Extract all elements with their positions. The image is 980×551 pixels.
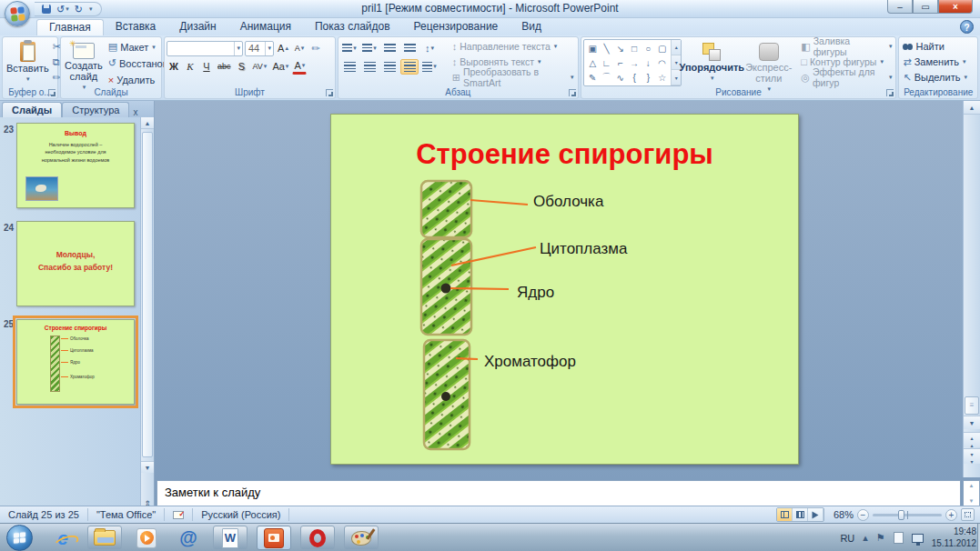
text-shadow-button[interactable]: S (235, 59, 249, 75)
font-name-combo[interactable]: ▾ (167, 41, 243, 56)
language-indicator[interactable]: RU (840, 533, 854, 544)
shape-cloud-icon[interactable]: ◠ (655, 55, 669, 70)
language-status[interactable]: Русский (Россия) (193, 508, 289, 521)
shape-brace-right-icon[interactable]: } (642, 70, 655, 85)
scroll-down-button[interactable]: ▼ (964, 416, 980, 429)
tab-design[interactable]: Дизайн (167, 18, 227, 35)
bold-button[interactable]: Ж (167, 59, 181, 75)
shape-ellipse-icon[interactable]: ○ (642, 41, 655, 55)
shape-effects-button[interactable]: ◎Эффекты для фигур▾ (799, 70, 894, 85)
align-left-button[interactable] (340, 59, 359, 75)
taskbar-mail-agent[interactable]: @ (171, 526, 206, 550)
shape-arrow-right-icon[interactable]: → (627, 55, 641, 70)
shape-rectangle-icon[interactable]: □ (627, 41, 641, 55)
scroll-up-button[interactable]: ▲ (964, 101, 980, 115)
taskbar-word[interactable]: W (213, 526, 248, 550)
shape-curve-icon[interactable]: ∿ (613, 70, 627, 85)
taskbar-opera[interactable] (300, 526, 335, 550)
spirogyra-diagram[interactable] (418, 178, 727, 462)
network-icon[interactable] (912, 534, 924, 543)
bullets-button[interactable]: ▾ (340, 41, 359, 56)
spelling-status[interactable] (165, 508, 193, 521)
underline-button[interactable]: Ч (199, 59, 214, 75)
shape-star-icon[interactable]: ☆ (655, 70, 669, 85)
shape-elbow-icon[interactable]: ∟ (600, 55, 613, 70)
slide-label-khromatofor[interactable]: Хроматофор (484, 353, 576, 371)
character-spacing-button[interactable]: AV▾ (251, 59, 269, 75)
panel-scroll-up[interactable]: ▲ (141, 117, 154, 129)
find-button[interactable]: Найти (901, 39, 975, 54)
zoom-in-button[interactable]: + (945, 509, 957, 521)
office-button[interactable] (5, 1, 30, 26)
slide-thumbnail-25-selected[interactable]: Строение спирогиры Оболочка Цитоплазма Я… (16, 319, 135, 405)
clock[interactable]: 19:48 15.11.2012 (932, 526, 976, 549)
shape-rounded-rect-icon[interactable]: ▢ (655, 41, 669, 55)
shapes-scroll-up[interactable]: ▴ (672, 40, 681, 55)
align-center-button[interactable] (360, 59, 379, 75)
columns-button[interactable]: ▾ (420, 59, 439, 75)
shape-triangle-icon[interactable]: △ (586, 55, 600, 70)
start-button[interactable] (6, 525, 33, 551)
tab-insert[interactable]: Вставка (104, 18, 168, 35)
fit-to-window-button[interactable] (961, 508, 975, 521)
text-direction-button[interactable]: ↕Направление текста▾ (450, 39, 576, 54)
shape-brace-left-icon[interactable]: { (627, 70, 641, 85)
shape-arrow-down-icon[interactable]: ↓ (642, 55, 655, 70)
notes-scroll-up[interactable]: ▲ (969, 483, 975, 488)
restore-button[interactable]: ▭ (913, 0, 938, 14)
taskbar-media-player[interactable] (129, 526, 164, 550)
font-color-button[interactable]: А▾ (292, 59, 307, 75)
shape-arrow-line-icon[interactable]: ↘ (613, 41, 627, 55)
tab-slideshow[interactable]: Показ слайдов (303, 18, 402, 35)
tab-home[interactable]: Главная (36, 19, 104, 35)
shrink-font-button[interactable]: А▾ (292, 41, 307, 56)
shape-fill-button[interactable]: ◧Заливка фигуры▾ (799, 39, 894, 54)
panel-scroll-thumb[interactable] (142, 132, 153, 457)
slide-label-cytoplasma[interactable]: Цитоплазма (540, 240, 627, 258)
shape-line-icon[interactable]: ╲ (600, 41, 613, 55)
normal-view-button[interactable] (777, 508, 793, 521)
slide-label-yadro[interactable]: Ядро (517, 284, 554, 302)
convert-smartart-button[interactable]: ⊞Преобразовать в SmartArt▾ (450, 70, 576, 85)
slide-25[interactable]: Строение спирогиры (330, 114, 799, 465)
zoom-slider[interactable] (873, 514, 942, 516)
numbering-button[interactable]: ▾ (360, 41, 379, 56)
align-right-button[interactable] (380, 59, 399, 75)
tab-view[interactable]: Вид (510, 18, 553, 35)
notes-pane[interactable]: Заметки к слайду (157, 480, 961, 506)
clear-formatting-button[interactable]: ✏ (308, 41, 323, 56)
help-button[interactable]: ? (960, 20, 974, 34)
increase-indent-button[interactable] (400, 41, 419, 56)
paste-button[interactable]: Вставить ▾ (5, 39, 51, 86)
new-slide-button[interactable]: Создать слайд ▾ (63, 39, 105, 95)
zoom-level[interactable]: 68% (828, 509, 854, 520)
change-case-button[interactable]: Aa▾ (270, 59, 290, 75)
previous-slide-button[interactable]: ▴▴ (964, 432, 980, 447)
replace-button[interactable]: ⇄Заменить▾ (901, 55, 975, 69)
tab-outline[interactable]: Структура (62, 102, 129, 117)
tab-slides-thumbnails[interactable]: Слайды (2, 102, 62, 117)
slide-sorter-button[interactable] (793, 508, 808, 521)
zoom-slider-thumb[interactable] (898, 510, 904, 520)
slideshow-button[interactable] (808, 508, 823, 521)
close-button[interactable]: × (938, 0, 973, 14)
tray-document-icon[interactable] (894, 532, 904, 544)
justify-button[interactable] (400, 59, 419, 75)
minimize-button[interactable]: – (887, 0, 913, 14)
select-button[interactable]: ↖Выделить▾ (901, 70, 975, 85)
tab-animation[interactable]: Анимация (228, 18, 303, 35)
action-center-flag-icon[interactable]: ⚑ (876, 532, 885, 544)
shape-elbow2-icon[interactable]: ⌐ (613, 55, 627, 70)
taskbar-internet-explorer[interactable]: e (45, 526, 80, 550)
notes-scroll-down[interactable]: ▼ (969, 498, 975, 504)
italic-button[interactable]: К (183, 59, 197, 75)
font-dialog-launcher[interactable] (326, 89, 333, 96)
drawing-dialog-launcher[interactable] (886, 89, 894, 96)
grow-font-button[interactable]: А▴ (276, 41, 290, 56)
slide-label-obolochka[interactable]: Оболочка (533, 193, 603, 211)
scroll-thumb[interactable] (965, 396, 979, 415)
hidden-icons-button[interactable]: ▴ (863, 532, 868, 544)
decrease-indent-button[interactable] (380, 41, 399, 56)
shape-pen-icon[interactable]: ✎ (586, 70, 600, 85)
tab-review[interactable]: Рецензирование (402, 18, 510, 35)
